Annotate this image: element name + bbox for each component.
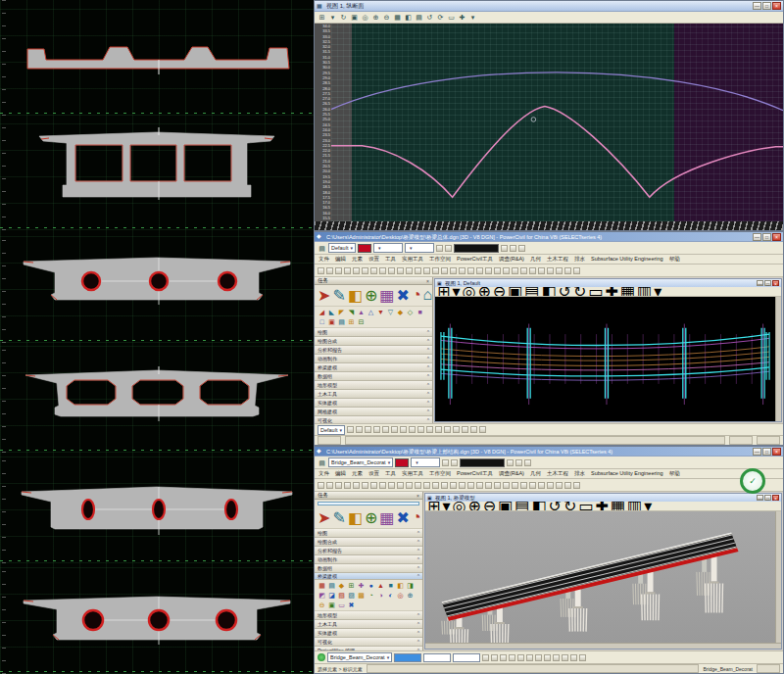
toolbar-icon[interactable] <box>529 267 536 274</box>
toolbar-icon[interactable] <box>441 267 448 274</box>
toolbar-icon[interactable] <box>335 482 342 489</box>
toolbar-icon[interactable] <box>579 654 586 661</box>
task-icon[interactable]: ▦ <box>379 286 394 305</box>
toolbar-icon[interactable] <box>476 267 483 274</box>
toolbar-icon[interactable] <box>362 482 368 489</box>
task-icon[interactable]: ◇ <box>406 308 415 316</box>
menu-item[interactable]: 调查(R&A) <box>499 256 524 263</box>
profile-plot-area[interactable] <box>331 24 783 221</box>
bridge-tool-icon[interactable]: ◧ <box>396 581 405 590</box>
close-icon[interactable]: × <box>416 493 419 499</box>
toolbar-icon[interactable] <box>353 482 360 489</box>
bridge-tool-icon[interactable]: ▲ <box>376 581 385 590</box>
toolbar-icon[interactable] <box>373 426 380 433</box>
menu-item[interactable]: 帮助 <box>669 470 680 477</box>
maximize-button[interactable]: □ <box>764 495 771 501</box>
toolbar-icon[interactable] <box>485 267 492 274</box>
toolbar-icon[interactable] <box>442 459 449 466</box>
toolbar-icon[interactable] <box>491 654 498 661</box>
active-level-combo[interactable]: Bridge_Beam_Decorat▾ <box>328 457 393 467</box>
task-section-bar[interactable]: 绘图合成^ <box>315 337 432 346</box>
toolbar-icon[interactable] <box>397 482 404 489</box>
menu-item[interactable]: 实用工具 <box>402 470 423 477</box>
toolbar-icon[interactable]: ⟳ <box>436 13 445 22</box>
view-tool-icon[interactable]: ◧ <box>531 502 546 511</box>
task-icon[interactable]: ▽ <box>386 308 395 316</box>
task-icon[interactable]: ⊞ <box>347 317 356 326</box>
menu-item[interactable]: 土木工程 <box>547 256 568 263</box>
close-button[interactable]: × <box>772 2 781 10</box>
task-icon[interactable]: ➤ <box>318 508 330 527</box>
minimize-button[interactable]: — <box>753 2 761 10</box>
toolbar-icon[interactable] <box>388 482 395 489</box>
task-section-bar-expanded[interactable]: 桥梁建模 ^ <box>315 573 422 580</box>
key-in-field[interactable] <box>460 458 505 467</box>
menu-item[interactable]: 设置 <box>368 256 379 263</box>
toolbar-icon[interactable] <box>450 267 457 274</box>
coordinate-field-y[interactable] <box>423 653 451 662</box>
toolbar-icon[interactable] <box>476 482 483 489</box>
menu-item[interactable]: Subsurface Utility Engineering <box>591 256 663 263</box>
menu-item[interactable]: 工具 <box>385 256 396 263</box>
toolbar-icon[interactable] <box>524 459 531 466</box>
view-tool-icon[interactable]: ◎ <box>462 287 475 297</box>
toolbar-icon[interactable]: ↻ <box>339 13 348 22</box>
toolbar-icon[interactable] <box>500 654 507 661</box>
bridge-tool-icon[interactable]: ⊕ <box>406 591 415 600</box>
bridge-tool-icon[interactable]: ⊖ <box>318 601 326 609</box>
menu-item[interactable]: 土木工程 <box>547 470 568 477</box>
toolbar-icon[interactable]: ⊕ <box>371 13 380 22</box>
toolbar-icon[interactable] <box>406 482 413 489</box>
menu-item[interactable]: 工作空间 <box>429 256 451 263</box>
toolbar-icon[interactable]: ▦ <box>393 13 402 22</box>
task-section-bar[interactable]: 地形模型^ <box>315 381 432 390</box>
toolbar-icon[interactable] <box>479 426 486 433</box>
menu-item[interactable]: 工作空间 <box>429 470 451 477</box>
toolbar-icon[interactable] <box>415 482 421 489</box>
toolbar-icon[interactable] <box>397 267 404 274</box>
toolbar-icon[interactable] <box>451 459 458 466</box>
view-tool-icon[interactable]: ▥ <box>637 287 652 297</box>
model-viewport[interactable] <box>425 511 775 643</box>
cross-section-panel-1[interactable] <box>0 0 314 116</box>
toolbar-icon[interactable]: ▤ <box>415 13 423 22</box>
toolbar-icon[interactable] <box>347 426 354 433</box>
vertical-scrollbar[interactable] <box>775 511 781 643</box>
menu-item[interactable]: 调查(R&A) <box>499 470 524 477</box>
toolbar-icon[interactable] <box>538 482 545 489</box>
task-icon[interactable]: ✎ <box>332 286 345 305</box>
menu-item[interactable]: 编辑 <box>335 470 346 477</box>
toolbar-icon[interactable] <box>444 426 451 433</box>
app-titlebar[interactable]: ◆ C:\Users\Administrator\Desktop\桥梁模型\桥梁… <box>315 447 783 457</box>
toolbar-icon[interactable] <box>344 482 351 489</box>
toolbar-icon[interactable] <box>482 654 489 661</box>
toolbar-icon[interactable]: ◎ <box>361 13 369 22</box>
close-button[interactable]: × <box>772 233 781 241</box>
view-tool-icon[interactable]: ◧ <box>541 287 556 297</box>
view-tool-icon[interactable]: ▣ <box>508 287 522 297</box>
view-tool-icon[interactable]: ↻ <box>573 287 586 297</box>
toolbar-icon[interactable] <box>520 482 527 489</box>
toolbar-icon[interactable] <box>459 267 466 274</box>
toolbar-icon[interactable] <box>435 426 442 433</box>
view-tool-icon[interactable]: ◎ <box>452 502 466 511</box>
active-level-combo[interactable]: Default▾ <box>328 243 356 253</box>
task-section-bar[interactable]: 绘图合成^ <box>315 538 422 547</box>
bridge-tool-icon[interactable]: ◐ <box>386 591 395 600</box>
minimize-button[interactable]: — <box>753 233 761 241</box>
bridge-tool-icon[interactable]: ◔ <box>367 591 375 600</box>
task-icon[interactable]: ✖ <box>396 286 409 305</box>
line-style-combo[interactable]: ▾ <box>373 243 403 253</box>
toolbar-icon[interactable] <box>520 267 527 274</box>
task-icon[interactable]: □ <box>318 317 326 326</box>
view-tool-icon[interactable]: ▾ <box>442 502 450 511</box>
task-section-bar[interactable]: 土木工具^ <box>315 620 422 629</box>
task-section-bar[interactable]: 实体建模^ <box>315 399 432 408</box>
bridge-tool-icon[interactable]: ▭ <box>337 601 346 609</box>
toolbar-icon[interactable]: ▣ <box>350 13 359 22</box>
toolbar-icon[interactable] <box>535 654 542 661</box>
bridge-tool-icon[interactable]: ● <box>367 581 375 590</box>
view-tool-icon[interactable]: ▾ <box>654 287 662 297</box>
view-tool-icon[interactable]: ⊞ <box>437 287 450 297</box>
toolbar-icon[interactable] <box>509 654 515 661</box>
